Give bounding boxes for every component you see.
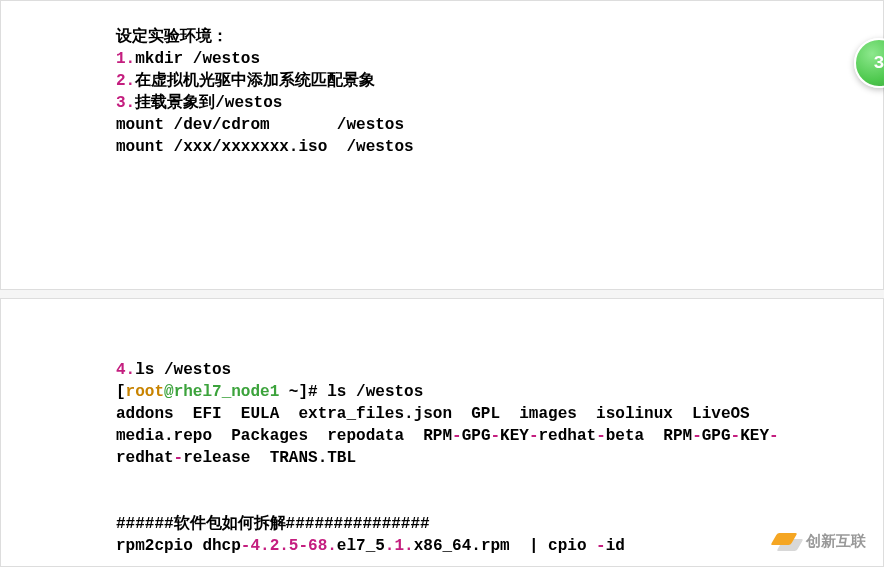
bracket-close: ]# bbox=[298, 383, 327, 401]
dash: - bbox=[731, 427, 741, 445]
dash: - bbox=[596, 427, 606, 445]
seg: KEY bbox=[740, 427, 769, 445]
rpm2cpio-cmd: rpm2cpio dhcp-4.2.5-68.el7_5.1.x86_64.rp… bbox=[116, 535, 863, 557]
step-1: 1.mkdir /westos bbox=[116, 48, 863, 70]
step-num: 3. bbox=[116, 94, 135, 112]
version: .1. bbox=[385, 537, 414, 555]
shell-prompt: [root@rhel7_node1 ~]# ls /westos bbox=[116, 381, 863, 403]
version: -4.2.5-68. bbox=[241, 537, 337, 555]
step-4: 4.ls /westos bbox=[116, 359, 863, 381]
seg: GPG bbox=[462, 427, 491, 445]
seg: x86_64.rpm | cpio bbox=[414, 537, 596, 555]
step-num: 2. bbox=[116, 72, 135, 90]
step-text-b: /westos bbox=[215, 94, 282, 112]
seg: GPG bbox=[702, 427, 731, 445]
page-1: 设定实验环境： 1.mkdir /westos 2.在虚拟机光驱中添加系统匹配景… bbox=[0, 0, 884, 290]
step-num: 4. bbox=[116, 361, 135, 379]
env-title: 设定实验环境： bbox=[116, 26, 863, 48]
section-header: ######软件包如何拆解############### bbox=[116, 513, 863, 535]
step-2: 2.在虚拟机光驱中添加系统匹配景象 bbox=[116, 70, 863, 92]
seg: id bbox=[606, 537, 625, 555]
step-text-a: 挂载景象到 bbox=[135, 94, 215, 112]
seg: beta RPM bbox=[606, 427, 692, 445]
seg: rpm2cpio dhcp bbox=[116, 537, 241, 555]
badge-text: 3 bbox=[874, 53, 884, 73]
seg: redhat bbox=[116, 449, 174, 467]
prompt-cmd: ls /westos bbox=[327, 383, 423, 401]
mount-cmd-1: mount /dev/cdrom /westos bbox=[116, 114, 863, 136]
blank-line bbox=[116, 469, 863, 491]
prompt-tilde: ~ bbox=[289, 383, 299, 401]
ls-output-2: media.repo Packages repodata RPM-GPG-KEY… bbox=[116, 425, 863, 447]
step-3: 3.挂载景象到/westos bbox=[116, 92, 863, 114]
ls-output-3: redhat-release TRANS.TBL bbox=[116, 447, 863, 469]
seg: release TRANS.TBL bbox=[183, 449, 356, 467]
seg: el7_5 bbox=[337, 537, 385, 555]
seg: KEY bbox=[500, 427, 529, 445]
dash: - bbox=[596, 537, 606, 555]
dash: - bbox=[529, 427, 539, 445]
blank-line bbox=[116, 491, 863, 513]
dash: - bbox=[452, 427, 462, 445]
prompt-root: root bbox=[126, 383, 164, 401]
step-text: ls /westos bbox=[135, 361, 231, 379]
watermark-logo: 创新互联 bbox=[772, 527, 866, 555]
logo-icon bbox=[772, 527, 800, 555]
prompt-host: rhel7_node1 bbox=[174, 383, 289, 401]
mount-cmd-2: mount /xxx/xxxxxxx.iso /westos bbox=[116, 136, 863, 158]
step-text: 在虚拟机光驱中添加系统匹配景象 bbox=[135, 72, 375, 90]
logo-text: 创新互联 bbox=[806, 532, 866, 551]
seg: media.repo Packages repodata RPM bbox=[116, 427, 452, 445]
ls-output-1: addons EFI EULA extra_files.json GPL ima… bbox=[116, 403, 863, 425]
dash: - bbox=[174, 449, 184, 467]
bracket-open: [ bbox=[116, 383, 126, 401]
dash: - bbox=[692, 427, 702, 445]
step-num: 1. bbox=[116, 50, 135, 68]
dash: - bbox=[490, 427, 500, 445]
step-text: mkdir /westos bbox=[135, 50, 260, 68]
seg: redhat bbox=[539, 427, 597, 445]
page-2: 4.ls /westos [root@rhel7_node1 ~]# ls /w… bbox=[0, 298, 884, 567]
prompt-at: @ bbox=[164, 383, 174, 401]
dash: - bbox=[769, 427, 779, 445]
